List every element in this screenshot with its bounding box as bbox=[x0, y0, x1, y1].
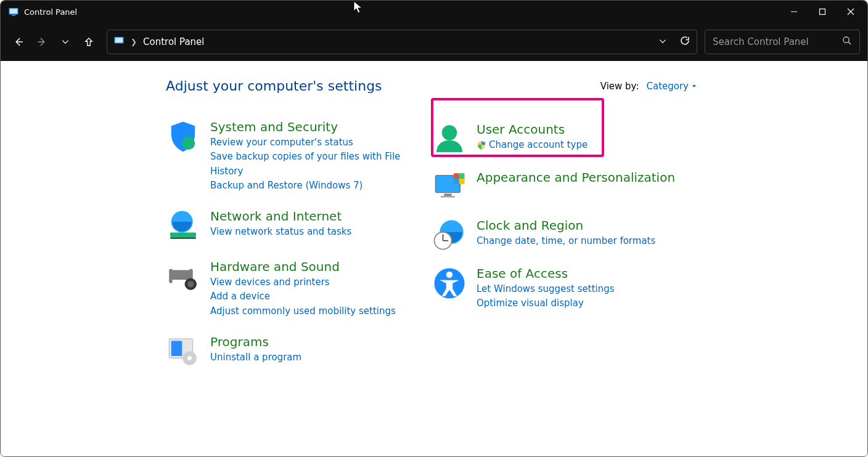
control-panel-window: Control Panel ❯ Control Panel Adjust you… bbox=[0, 0, 868, 457]
up-button[interactable] bbox=[78, 31, 99, 52]
category-link[interactable]: Save backup copies of your files with Fi… bbox=[210, 150, 432, 179]
viewby-label: View by: bbox=[600, 81, 639, 92]
uac-shield-icon bbox=[477, 140, 486, 150]
address-dropdown-button[interactable] bbox=[658, 36, 667, 48]
globe-icon[interactable] bbox=[166, 209, 200, 243]
category-ease-of-access: Ease of Access Let Windows suggest setti… bbox=[432, 266, 697, 311]
svg-rect-2 bbox=[12, 15, 15, 16]
category-hardware-and-sound: Hardware and Sound View devices and prin… bbox=[166, 259, 432, 318]
svg-rect-33 bbox=[454, 179, 459, 184]
category-network-and-internet: Network and Internet View network status… bbox=[166, 209, 432, 243]
breadcrumb[interactable]: Control Panel bbox=[143, 36, 204, 47]
category-user-accounts: User Accounts Change account type bbox=[432, 119, 697, 156]
clock-globe-icon[interactable] bbox=[432, 218, 467, 253]
search-icon[interactable] bbox=[842, 36, 852, 48]
category-title[interactable]: Ease of Access bbox=[477, 266, 615, 281]
svg-point-25 bbox=[187, 356, 192, 360]
category-title[interactable]: Programs bbox=[210, 334, 301, 349]
svg-line-12 bbox=[848, 42, 851, 44]
recent-locations-button[interactable] bbox=[55, 31, 76, 52]
svg-rect-18 bbox=[173, 264, 190, 270]
close-button[interactable] bbox=[837, 1, 865, 23]
accessibility-icon[interactable] bbox=[432, 266, 467, 301]
svg-point-26 bbox=[442, 125, 457, 140]
category-link[interactable]: Uninstall a program bbox=[210, 350, 301, 365]
svg-rect-23 bbox=[171, 341, 182, 356]
category-title[interactable]: Network and Internet bbox=[210, 209, 351, 224]
category-link[interactable]: Let Windows suggest settings bbox=[477, 282, 615, 296]
navigation-bar: ❯ Control Panel bbox=[1, 23, 867, 61]
category-programs: Programs Uninstall a program bbox=[166, 334, 432, 369]
svg-rect-29 bbox=[444, 194, 451, 196]
category-title[interactable]: System and Security bbox=[210, 119, 432, 134]
svg-rect-30 bbox=[441, 196, 455, 198]
svg-rect-34 bbox=[459, 179, 465, 184]
page-heading: Adjust your computer's settings bbox=[166, 78, 382, 94]
title-bar: Control Panel bbox=[1, 1, 867, 23]
shield-icon[interactable] bbox=[166, 119, 200, 154]
category-title[interactable]: Hardware and Sound bbox=[210, 259, 396, 274]
category-link[interactable]: Add a device bbox=[210, 289, 396, 304]
svg-rect-32 bbox=[459, 173, 465, 179]
category-link[interactable]: Change account type bbox=[477, 138, 588, 152]
category-clock-and-region: Clock and Region Change date, time, or n… bbox=[432, 218, 697, 253]
category-link[interactable]: Backup and Restore (Windows 7) bbox=[210, 179, 432, 193]
svg-point-40 bbox=[446, 272, 453, 278]
svg-rect-1 bbox=[10, 9, 17, 14]
monitor-icon[interactable] bbox=[432, 170, 467, 204]
svg-rect-4 bbox=[820, 9, 825, 15]
app-icon bbox=[8, 6, 19, 17]
refresh-button[interactable] bbox=[679, 35, 690, 49]
chevron-right-icon: ❯ bbox=[131, 38, 137, 46]
maximize-button[interactable] bbox=[808, 1, 837, 23]
category-appearance-and-personalization: Appearance and Personalization bbox=[432, 170, 697, 204]
category-link[interactable]: Review your computer's status bbox=[210, 135, 432, 150]
svg-rect-15 bbox=[170, 233, 196, 237]
address-app-icon bbox=[113, 35, 125, 49]
forward-button[interactable] bbox=[31, 31, 52, 52]
svg-rect-31 bbox=[454, 173, 459, 179]
svg-rect-10 bbox=[115, 38, 123, 43]
user-icon[interactable] bbox=[432, 122, 467, 156]
viewby-value: Category bbox=[646, 81, 689, 92]
viewby-dropdown[interactable]: Category bbox=[646, 81, 697, 92]
window-title: Control Panel bbox=[24, 7, 77, 17]
category-link[interactable]: Adjust commonly used mobility settings bbox=[210, 304, 396, 318]
address-bar[interactable]: ❯ Control Panel bbox=[107, 30, 697, 54]
category-link-label: Change account type bbox=[489, 138, 588, 152]
svg-point-21 bbox=[187, 281, 194, 288]
programs-icon[interactable] bbox=[166, 334, 200, 369]
search-input[interactable] bbox=[713, 36, 842, 47]
minimize-button[interactable] bbox=[780, 1, 808, 23]
category-link[interactable]: Change date, time, or number formats bbox=[477, 234, 655, 248]
back-button[interactable] bbox=[8, 31, 29, 52]
category-link[interactable]: Optimize visual display bbox=[477, 296, 615, 310]
category-system-and-security: System and Security Review your computer… bbox=[166, 119, 432, 193]
content-area: Adjust your computer's settings View by:… bbox=[1, 61, 867, 456]
svg-point-11 bbox=[843, 37, 849, 42]
category-title[interactable]: Clock and Region bbox=[477, 218, 655, 233]
category-title[interactable]: User Accounts bbox=[477, 122, 588, 137]
svg-rect-16 bbox=[170, 237, 196, 240]
chevron-down-icon bbox=[691, 83, 697, 89]
category-link[interactable]: View devices and printers bbox=[210, 275, 396, 289]
category-link[interactable]: View network status and tasks bbox=[210, 225, 351, 239]
svg-point-13 bbox=[182, 137, 195, 150]
printer-icon[interactable] bbox=[166, 259, 200, 294]
category-title[interactable]: Appearance and Personalization bbox=[477, 170, 675, 185]
search-box[interactable] bbox=[705, 30, 860, 54]
